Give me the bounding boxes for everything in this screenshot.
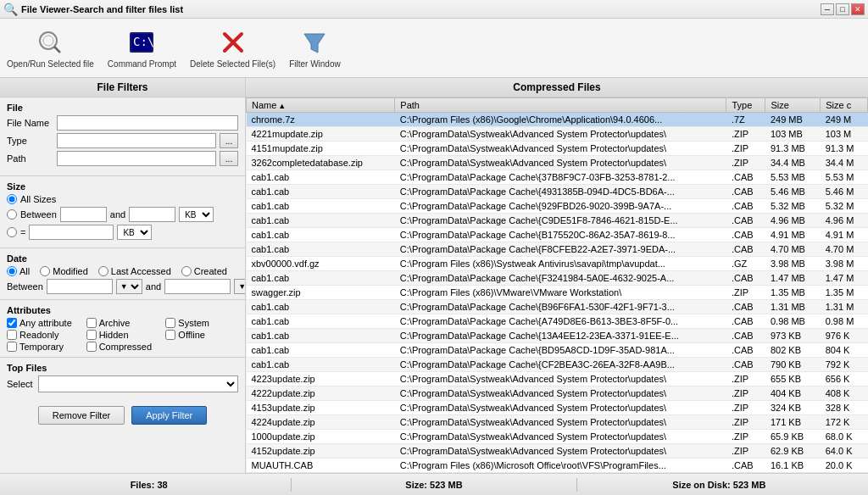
top-files-select[interactable]: Top 10 Top 20 Top 50	[38, 375, 238, 392]
file-size-cell: 91.3 MB	[765, 142, 821, 156]
table-row[interactable]: MUAUTH.CABC:\Program Files (x86)\Microso…	[247, 459, 868, 473]
table-row[interactable]: chrome.7zC:\Program Files (x86)\Google\C…	[247, 113, 868, 127]
date-created-radio[interactable]	[181, 266, 192, 276]
date-to-dropdown[interactable]: ▼	[234, 279, 246, 294]
file-path-cell: C:\ProgramData\Package Cache\{37B8F9C7-0…	[395, 170, 726, 185]
file-name-cell: 4223update.zip	[247, 372, 395, 387]
table-row[interactable]: cab1.cabC:\ProgramData\Package Cache\{B1…	[247, 228, 868, 242]
col-size[interactable]: Size	[765, 98, 821, 113]
size-from-input[interactable]	[60, 207, 107, 222]
table-row[interactable]: 4151mupdate.zipC:\ProgramData\Systweak\A…	[247, 142, 868, 156]
date-all-radio[interactable]	[7, 266, 17, 276]
delete-files-icon	[218, 27, 248, 58]
col-type[interactable]: Type	[726, 98, 765, 113]
path-browse-button[interactable]: ...	[220, 151, 238, 166]
filename-input[interactable]	[57, 115, 238, 131]
open-run-label: Open/Run Selected file	[7, 59, 94, 69]
table-row[interactable]: cab1.cabC:\ProgramData\Package Cache\{BD…	[247, 343, 868, 358]
table-row[interactable]: 1000update.zipC:\ProgramData\Systweak\Ad…	[247, 430, 868, 444]
apply-filter-button[interactable]: Apply Filter	[131, 406, 207, 425]
file-size-c-cell: 5.46 M	[821, 185, 868, 199]
size-between-radio[interactable]	[7, 209, 17, 220]
date-last-accessed-radio[interactable]	[98, 266, 108, 276]
table-row[interactable]: 4152update.zipC:\ProgramData\Systweak\Ad…	[247, 444, 868, 459]
file-size-c-cell: 91.3 M	[821, 142, 868, 156]
file-name-cell: cab1.cab	[247, 214, 395, 228]
table-row[interactable]: cab1.cabC:\ProgramData\Package Cache\{F8…	[247, 242, 868, 257]
file-size-cell: 1.35 MB	[765, 286, 821, 300]
size-to-input[interactable]	[129, 207, 175, 222]
top-files-section: Top Files Select Top 10 Top 20 Top 50	[0, 359, 245, 396]
attr-any-checkbox[interactable]	[7, 318, 17, 328]
table-row[interactable]: cab1.cabC:\ProgramData\Package Cache\{CF…	[247, 358, 868, 372]
file-type-cell: .CAB	[726, 214, 765, 228]
file-name-cell: xbv00000.vdf.gz	[247, 257, 395, 271]
open-run-button[interactable]: Open/Run Selected file	[7, 27, 94, 69]
date-modified-label: Modified	[53, 266, 88, 276]
size-eq-unit-select[interactable]: KBMBGB	[117, 225, 152, 240]
col-name[interactable]: Name▲	[247, 98, 395, 113]
file-list-title: Compressed Files	[246, 78, 868, 97]
table-row[interactable]: 3262completedatabase.zipC:\ProgramData\S…	[247, 156, 868, 170]
attr-compressed-checkbox[interactable]	[86, 342, 97, 352]
table-row[interactable]: 4223update.zipC:\ProgramData\Systweak\Ad…	[247, 372, 868, 387]
table-row[interactable]: xbv00000.vdf.gzC:\Program Files (x86)\Sy…	[247, 257, 868, 271]
command-prompt-button[interactable]: C:\ Command Prompt	[108, 27, 176, 69]
table-row[interactable]: xvdf.info.gzC:\Program Files (x86)\Systw…	[247, 473, 868, 474]
delete-files-button[interactable]: Delete Selected File(s)	[190, 27, 275, 69]
attr-temporary-checkbox[interactable]	[7, 342, 17, 352]
file-size-c-cell: 4.96 M	[821, 214, 868, 228]
attr-readonly-checkbox[interactable]	[7, 330, 17, 340]
divider-4	[0, 357, 245, 358]
file-type-cell: .ZIP	[726, 415, 765, 430]
file-type-cell: .ZIP	[726, 401, 765, 415]
path-input[interactable]	[57, 151, 216, 166]
col-path[interactable]: Path	[395, 98, 726, 113]
table-row[interactable]: 4153update.zipC:\ProgramData\Systweak\Ad…	[247, 401, 868, 415]
table-row[interactable]: 4224update.zipC:\ProgramData\Systweak\Ad…	[247, 415, 868, 430]
file-size-c-cell: 976 K	[821, 329, 868, 343]
main-area: File Filters File File Name Type ... Pat…	[0, 78, 868, 473]
attr-system-checkbox[interactable]	[165, 318, 175, 328]
date-modified-radio[interactable]	[40, 266, 50, 276]
table-row[interactable]: cab1.cabC:\ProgramData\Package Cache\{92…	[247, 199, 868, 214]
table-row[interactable]: cab1.cabC:\ProgramData\Package Cache\{49…	[247, 185, 868, 199]
size-between-row: Between and KBMBGB	[7, 207, 238, 222]
table-row[interactable]: cab1.cabC:\ProgramData\Package Cache\{F3…	[247, 271, 868, 286]
table-row[interactable]: cab1.cabC:\ProgramData\Package Cache\{A7…	[247, 314, 868, 329]
table-row[interactable]: cab1.cabC:\ProgramData\Package Cache\{13…	[247, 329, 868, 343]
remove-filter-button[interactable]: Remove Filter	[38, 406, 125, 425]
svg-marker-8	[304, 34, 325, 53]
file-type-cell: .ZIP	[726, 286, 765, 300]
type-input[interactable]	[57, 133, 216, 148]
file-type-cell: .ZIP	[726, 387, 765, 401]
open-run-icon	[35, 27, 65, 58]
file-path-cell: C:\Program Files (x86)\Systweak Antiviru…	[395, 257, 726, 271]
file-table-container[interactable]: Name▲ Path Type Size Size c chrome.7zC:\…	[246, 97, 868, 473]
close-button[interactable]: ✕	[851, 3, 865, 15]
filter-window-button[interactable]: Filter Window	[289, 27, 341, 69]
all-sizes-radio[interactable]	[7, 194, 17, 204]
date-from-input[interactable]: 06-10-2021	[47, 279, 113, 294]
size-eq-radio[interactable]	[7, 227, 17, 237]
type-browse-button[interactable]: ...	[220, 133, 238, 148]
delete-files-label: Delete Selected File(s)	[190, 59, 275, 69]
table-row[interactable]: 4222update.zipC:\ProgramData\Systweak\Ad…	[247, 387, 868, 401]
date-to-input[interactable]: 06-10-2021	[164, 279, 231, 294]
table-row[interactable]: cab1.cabC:\ProgramData\Package Cache\{C9…	[247, 214, 868, 228]
maximize-button[interactable]: □	[836, 3, 849, 15]
table-row[interactable]: swagger.zipC:\Program Files (x86)\VMware…	[247, 286, 868, 300]
file-size-cell: 973 KB	[765, 329, 821, 343]
table-row[interactable]: cab1.cabC:\ProgramData\Package Cache\{37…	[247, 170, 868, 185]
attr-offline-checkbox[interactable]	[165, 330, 175, 340]
attr-system-label: System	[178, 318, 209, 328]
date-from-dropdown[interactable]: ▼	[116, 279, 142, 294]
minimize-button[interactable]: ─	[821, 3, 834, 15]
attr-hidden-checkbox[interactable]	[86, 330, 97, 340]
table-row[interactable]: cab1.cabC:\ProgramData\Package Cache\{B9…	[247, 300, 868, 314]
size-eq-input[interactable]	[29, 225, 114, 240]
size-between-unit-select[interactable]: KBMBGB	[179, 207, 214, 222]
attr-archive-checkbox[interactable]	[86, 318, 97, 328]
table-row[interactable]: 4221mupdate.zipC:\ProgramData\Systweak\A…	[247, 127, 868, 142]
col-size-c[interactable]: Size c	[821, 98, 868, 113]
